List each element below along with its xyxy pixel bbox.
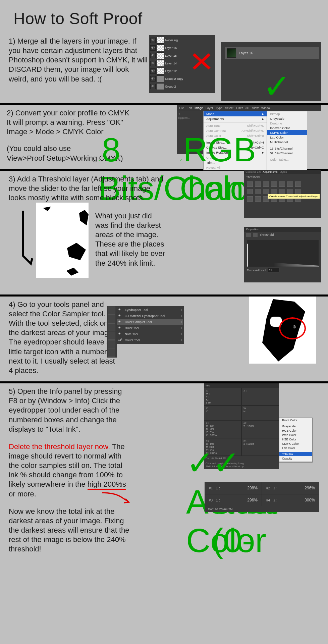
layer-label: Layer 15	[165, 54, 177, 57]
menu-item[interactable]: 3D	[245, 106, 250, 110]
adjustment-icon[interactable]	[279, 189, 285, 194]
tool-option[interactable]: ✦Ruler ToolI	[117, 325, 183, 331]
info-readout-menu[interactable]: Actual ColorProof ColorGrayscaleRGB Colo…	[279, 418, 313, 463]
adjustment-icon[interactable]	[263, 181, 269, 187]
readout-option[interactable]: Grayscale	[279, 424, 312, 428]
menu-item[interactable]: Edit	[187, 106, 192, 110]
adjustments-icons[interactable]	[244, 180, 321, 203]
page-title: How to Soft Proof	[0, 0, 328, 33]
readout-option[interactable]: Proof Color	[279, 418, 312, 422]
submenu-row: Duotone	[267, 121, 307, 125]
adjustment-icon[interactable]	[255, 196, 261, 202]
visibility-icon: 👁	[150, 38, 156, 43]
step-5: 5) Open the Info panel by pressing F8 or…	[0, 383, 328, 560]
tool-icon: ✦	[118, 308, 123, 312]
info-docsize2: Doc: 64.2M/64.2M	[205, 506, 319, 512]
visibility-icon: 👁	[150, 61, 156, 66]
visibility-icon: 👁	[150, 68, 156, 74]
adjustment-icon[interactable]	[255, 181, 261, 187]
visibility-icon: 👁	[150, 84, 156, 89]
mask-icon	[253, 233, 258, 237]
layer-thumbnail	[157, 75, 164, 82]
info-cell: #2Σ : 100%	[241, 420, 279, 438]
layer-thumbnail	[157, 37, 164, 44]
visibility-icon: 👁	[150, 53, 156, 58]
adjustment-icon[interactable]	[295, 181, 301, 187]
menu-item[interactable]: File	[179, 106, 184, 110]
adjustments-tabs: Coolorus 2.5AdjustmentsStyles	[244, 170, 321, 174]
adjustment-icon[interactable]	[287, 189, 293, 194]
properties-header: Properties	[244, 227, 321, 232]
panel-tab[interactable]: Adjustments	[263, 170, 277, 173]
adjustment-icon[interactable]	[271, 181, 277, 187]
threshold-level-input[interactable]	[268, 268, 279, 272]
menu-item[interactable]: Image	[195, 106, 203, 110]
tool-slot-icon[interactable]	[108, 340, 115, 348]
readout-option[interactable]: Total Ink	[279, 452, 312, 456]
tool-slot-icon[interactable]	[108, 348, 115, 357]
mode-submenu[interactable]: BitmapGrayscaleDuotoneIndexed Color...RG…	[267, 111, 307, 170]
red-arrow-icon	[101, 491, 131, 504]
adjustment-icon[interactable]	[295, 189, 301, 194]
tool-icon: ✦	[118, 320, 123, 324]
menu-item[interactable]: Windo	[261, 106, 270, 110]
layer-row: 👁Group 2	[150, 83, 214, 90]
readout-option[interactable]: Opacity	[279, 456, 312, 461]
hand-arrow-icon	[16, 209, 36, 276]
step5-p1: 5) Open the Info panel by pressing F8 or…	[9, 387, 129, 434]
properties-panel: Properties Threshold Threshold Level:	[244, 227, 321, 282]
tool-slot-icon[interactable]	[108, 332, 115, 340]
menu-row[interactable]: Adjustments▸	[204, 116, 267, 121]
adjustments-label: Threshold	[244, 174, 321, 180]
readout-option[interactable]: RGB Color	[279, 428, 312, 433]
menu-item[interactable]: Type	[216, 106, 223, 110]
adjustment-icon[interactable]	[263, 189, 269, 194]
submenu-row[interactable]: Indexed Color...	[267, 125, 307, 130]
step3-rtext: What you just did was find the darkest a…	[95, 211, 166, 268]
tool-option[interactable]: ✦Eyedropper ToolI	[117, 307, 183, 313]
tool-flyout[interactable]: ✦Eyedropper ToolI✦3D Material Eyedropper…	[116, 306, 184, 344]
ink-cell: #2Σ :296%	[262, 482, 319, 494]
menu-row[interactable]: Mode▸	[204, 111, 267, 116]
threshold-histogram[interactable]	[247, 240, 319, 267]
adjustment-icon[interactable]	[287, 181, 293, 187]
tool-icon: ✦	[118, 326, 123, 330]
menu-item[interactable]: View	[252, 106, 259, 110]
tool-option[interactable]: ✦Color Sampler ToolI	[117, 319, 183, 325]
panel-tab[interactable]: Coolorus 2.5	[245, 170, 261, 173]
readout-option[interactable]: Lab Color	[279, 446, 312, 450]
threshold-level[interactable]: Threshold Level:	[244, 267, 321, 273]
menu-item[interactable]: Layer	[206, 106, 213, 110]
tool-option[interactable]: 1₂³Count ToolI	[117, 337, 183, 343]
visibility-icon: 👁	[150, 76, 156, 82]
layer-thumbnail	[157, 45, 164, 51]
menu-row: Auto ToneShift+Ctrl+L	[204, 123, 267, 128]
adjustment-icon[interactable]	[247, 181, 253, 187]
tool-option[interactable]: ✦3D Material Eyedropper ToolI	[117, 313, 183, 319]
tool-icon: ✦	[118, 332, 123, 336]
info-cell: X :Y :	[204, 406, 241, 420]
tool-slot-icon[interactable]	[108, 307, 115, 315]
menu-item[interactable]: Select	[225, 106, 233, 110]
readout-option[interactable]: HSB Color	[279, 437, 312, 441]
readout-option[interactable]: Web Color	[279, 433, 312, 437]
readout-option[interactable]: CMYK Color	[279, 441, 312, 446]
tool-slot-icon[interactable]	[108, 323, 115, 331]
single-layer-row: Layer 16	[225, 47, 319, 59]
tool-icon: ✦	[118, 314, 123, 318]
adjustment-icon[interactable]	[271, 189, 277, 194]
layer-thumbnail	[157, 68, 164, 74]
tool-option[interactable]: ✦Note ToolI	[117, 331, 183, 337]
panel-tab[interactable]: Styles	[279, 170, 287, 173]
menu-item[interactable]: Filter	[236, 106, 243, 110]
adjustment-icon[interactable]	[247, 189, 253, 194]
adjustment-icon[interactable]	[255, 189, 261, 194]
info-header: Info	[204, 383, 279, 388]
layer-thumbnail	[157, 83, 164, 90]
adjustment-icon[interactable]	[279, 181, 285, 187]
tool-slot-icon[interactable]	[108, 315, 115, 323]
layer-label: Layer 14	[165, 62, 177, 65]
step5-p2: Delete the threshold layer now. The imag…	[9, 442, 133, 499]
adjustment-icon[interactable]	[247, 196, 253, 202]
submenu-row[interactable]: Grayscale	[267, 116, 307, 121]
